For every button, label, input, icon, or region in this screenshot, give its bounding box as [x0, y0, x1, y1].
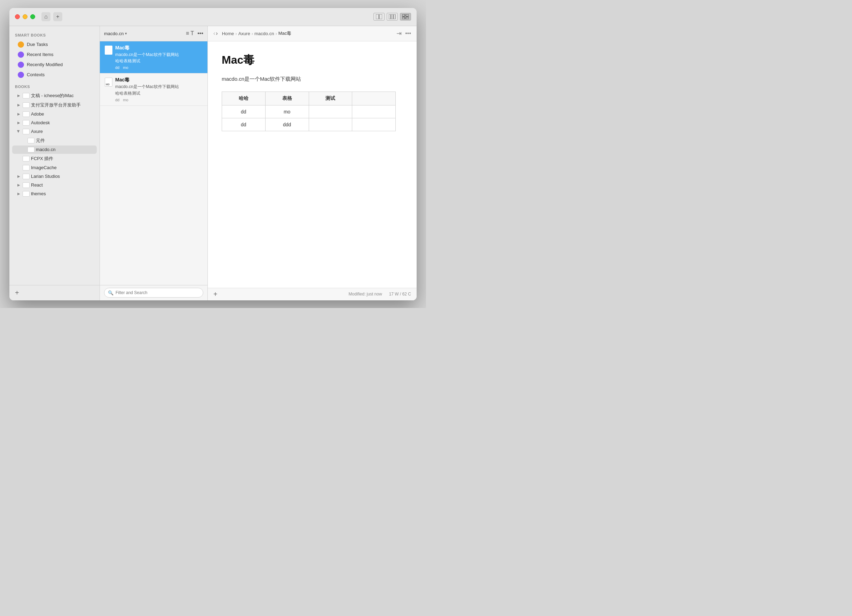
note-item-1-header: Mac毒 macdo.cn是一个Mac软件下载网站 哈哈表格测试 dd mo [105, 45, 202, 70]
table-cell-1-4[interactable] [352, 105, 396, 118]
search-input[interactable] [116, 290, 199, 295]
book-react-label: React [31, 183, 43, 187]
table-cell-2-1[interactable]: dd [222, 118, 266, 131]
book-item-imagecache[interactable]: ImageCache [12, 163, 97, 172]
note-1-meta: dd mo [115, 65, 202, 69]
breadcrumb-nav: ‹ › Home › Axure › macdo.cn › Mac毒 [213, 30, 394, 36]
table-cell-1-3[interactable] [309, 105, 352, 118]
search-bar[interactable]: 🔍 [104, 288, 203, 297]
sidebar-footer: + [9, 285, 100, 300]
chevron-zhifubao: ▶ [17, 103, 21, 107]
editor-body-text[interactable]: macdo.cn是一个Mac软件下载网站 [222, 75, 403, 83]
table-cell-2-3[interactable] [309, 118, 352, 131]
two-col-layout-icon[interactable] [373, 13, 385, 21]
editor-panel: ‹ › Home › Axure › macdo.cn › Mac毒 ⇥ ••• [208, 26, 417, 300]
md-label: MD [106, 83, 110, 86]
sidebar-item-due-tasks[interactable]: Due Tasks [12, 40, 97, 50]
table-cell-1-2[interactable]: mo [265, 105, 309, 118]
editor-content: Mac毒 macdo.cn是一个Mac软件下载网站 哈哈 表格 测试 dd [208, 41, 417, 288]
book-item-yuanjian[interactable]: 元件 [12, 136, 97, 145]
editor-modified-status: Modified: just now 17 W / 62 C [349, 291, 411, 296]
editor-header: ‹ › Home › Axure › macdo.cn › Mac毒 ⇥ ••• [208, 26, 417, 41]
word-count-text: 17 W / 62 C [389, 291, 411, 296]
folder-axure [23, 129, 30, 134]
folder-zhifubao [23, 102, 30, 108]
table-cell-2-4[interactable] [352, 118, 396, 131]
sidebar-item-recent-items-label: Recent Items [27, 52, 54, 57]
modified-text: Modified: just now [349, 291, 382, 296]
table-cell-2-2[interactable]: ddd [265, 118, 309, 131]
book-item-autodesk[interactable]: ▶ Autodesk [12, 119, 97, 127]
book-themes-label: themes [31, 191, 46, 196]
breadcrumb-axure[interactable]: Axure [239, 31, 250, 36]
minimize-button[interactable] [23, 14, 27, 19]
home-icon[interactable]: ⌂ [41, 12, 50, 21]
note-2-meta-mo: mo [123, 98, 128, 102]
folder-fcpx [23, 156, 30, 162]
sort-icon[interactable]: ≡ T [186, 30, 194, 36]
editor-more-icon[interactable]: ••• [405, 30, 411, 36]
grid-layout-icon[interactable] [400, 13, 411, 21]
note-item-1[interactable]: Mac毒 macdo.cn是一个Mac软件下载网站 哈哈表格测试 dd mo [100, 41, 207, 74]
breadcrumb-home[interactable]: Home [222, 31, 234, 36]
note-item-1-body: Mac毒 macdo.cn是一个Mac软件下载网站 哈哈表格测试 dd mo [115, 45, 202, 70]
book-macdo-label: macdo.cn [36, 147, 55, 152]
book-item-macdo[interactable]: macdo.cn [12, 145, 97, 154]
note-list-header: macdo.cn ▾ ≡ T ••• [100, 26, 207, 41]
three-col-layout-icon[interactable] [387, 13, 398, 21]
add-icon[interactable]: + [53, 12, 62, 21]
breadcrumb-sep-3: › [275, 31, 277, 36]
editor-add-button[interactable]: + [213, 291, 218, 297]
maximize-button[interactable] [30, 14, 35, 19]
editor-title[interactable]: Mac毒 [222, 53, 403, 68]
recently-modified-icon [18, 62, 24, 68]
editor-footer: + Modified: just now 17 W / 62 C [208, 288, 417, 300]
sidebar: SMART BOOKS Due Tasks Recent Items Recen… [9, 26, 100, 300]
note-1-preview-line1: macdo.cn是一个Mac软件下载网站 [115, 52, 202, 58]
book-item-wendang[interactable]: ▶ 文稿 - icheese的iMac [12, 91, 97, 100]
book-item-themes[interactable]: ▶ themes [12, 190, 97, 198]
breadcrumb-macdo[interactable]: macdo.cn [254, 31, 274, 36]
note-list-title: macdo.cn ▾ [104, 31, 127, 36]
table-cell-1-1[interactable]: dd [222, 105, 266, 118]
folder-autodesk [23, 120, 30, 125]
book-item-adobe[interactable]: ▶ Adobe [12, 110, 97, 118]
close-button[interactable] [15, 14, 20, 19]
table-header-1: 哈哈 [222, 92, 266, 105]
nav-back-icon[interactable]: ‹ [213, 30, 215, 36]
sidebar-item-contexts[interactable]: Contexts [12, 70, 97, 80]
note-1-meta-mo: mo [123, 65, 128, 69]
sidebar-item-recent-items[interactable]: Recent Items [12, 50, 97, 59]
share-icon[interactable]: ⇥ [396, 30, 402, 37]
book-zhifubao-label: 支付宝开放平台开发助手 [31, 102, 81, 108]
content-table: 哈哈 表格 测试 dd mo [222, 92, 396, 131]
sidebar-item-recently-modified[interactable]: Recently Modified [12, 60, 97, 69]
book-item-fcpx[interactable]: FCPX 插件 [12, 154, 97, 163]
book-item-react[interactable]: ▶ React [12, 181, 97, 189]
chevron-larian: ▶ [17, 174, 21, 179]
breadcrumb-arrows: ‹ › [213, 30, 218, 36]
contexts-icon [18, 72, 24, 78]
note-doc-icon-2: MD [105, 78, 112, 87]
note-list-content: Mac毒 macdo.cn是一个Mac软件下载网站 哈哈表格测试 dd mo [100, 41, 207, 285]
note-2-preview-line1: macdo.cn是一个Mac软件下载网站 [115, 84, 202, 90]
book-item-larian[interactable]: ▶ Larian Studios [12, 172, 97, 181]
more-icon[interactable]: ••• [197, 30, 203, 36]
titlebar-icons: ⌂ + [41, 12, 62, 21]
note-list-title-chevron-icon[interactable]: ▾ [125, 31, 127, 36]
note-list-actions: ≡ T ••• [186, 30, 203, 36]
books-section: BOOKS ▶ 文稿 - icheese的iMac ▶ 支付宝开放平台开发助手 … [9, 83, 100, 198]
sidebar-item-contexts-label: Contexts [27, 72, 45, 77]
books-label: BOOKS [9, 83, 100, 91]
sidebar-add-button[interactable]: + [15, 289, 19, 296]
folder-yuanjian [27, 138, 35, 143]
book-adobe-label: Adobe [31, 111, 44, 116]
book-item-zhifubao[interactable]: ▶ 支付宝开放平台开发助手 [12, 101, 97, 110]
table-row-2: dd ddd [222, 118, 396, 131]
note-item-2[interactable]: MD Mac毒 macdo.cn是一个Mac软件下载网站 哈哈表格测试 dd m… [100, 74, 207, 106]
svg-rect-8 [406, 17, 409, 19]
nav-forward-icon[interactable]: › [216, 30, 218, 36]
note-2-preview-line2: 哈哈表格测试 [115, 91, 202, 97]
app-window: ⌂ + SMART BOOKS Due Tasks [9, 8, 417, 300]
book-item-axure[interactable]: ▶ Axure [12, 127, 97, 136]
